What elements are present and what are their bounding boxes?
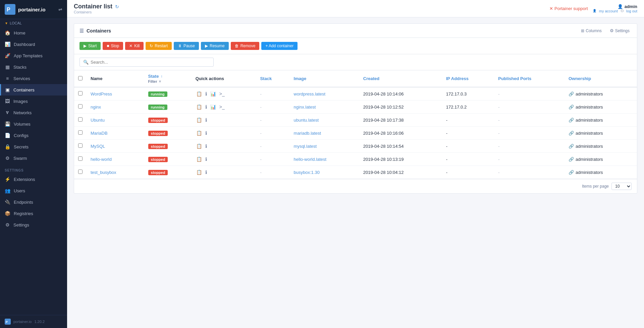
image-link[interactable]: mariadb.latest xyxy=(294,131,321,136)
ip-address-th[interactable]: IP Address xyxy=(442,70,494,87)
stats-icon[interactable]: 📊 xyxy=(210,104,217,110)
sidebar-nav-dashboard[interactable]: 📊 Dashboard xyxy=(0,39,67,50)
row-checkbox[interactable] xyxy=(78,117,83,122)
container-name-link[interactable]: test_busybox xyxy=(91,170,116,175)
sidebar-nav-users[interactable]: 👥 Users xyxy=(0,185,67,196)
ownership-label: administrators xyxy=(576,105,603,110)
info-icon[interactable]: ℹ xyxy=(205,169,208,176)
log-out-link[interactable]: log out xyxy=(626,9,637,13)
sidebar-nav-images[interactable]: 🖼 Images xyxy=(0,95,67,107)
container-name-link[interactable]: hello-world xyxy=(91,157,112,162)
info-icon[interactable]: ℹ xyxy=(205,130,208,136)
terminal-icon[interactable]: >_ xyxy=(219,104,225,110)
copy-icon[interactable]: 📋 xyxy=(196,143,203,149)
topbar: Container list ↻ Containers ✕ Portainer … xyxy=(67,0,644,17)
stack-th[interactable]: Stack xyxy=(256,70,289,87)
filter-icon[interactable]: ▼ xyxy=(158,79,162,83)
container-state-cell: stopped xyxy=(144,153,192,166)
sidebar-nav-stacks[interactable]: ▦ Stacks xyxy=(0,61,67,73)
row-checkbox[interactable] xyxy=(78,104,83,109)
container-name-link[interactable]: Ubuntu xyxy=(91,118,105,123)
add-container-button[interactable]: + Add container xyxy=(261,42,298,50)
container-state-cell: stopped xyxy=(144,166,192,179)
container-name-link[interactable]: WordPress xyxy=(91,91,112,96)
state-th: State ↕ Filter ▼ xyxy=(144,70,192,87)
stop-button[interactable]: ■ Stop xyxy=(103,42,123,50)
row-checkbox[interactable] xyxy=(78,91,83,95)
sidebar-nav-containers[interactable]: ▣ Containers xyxy=(0,84,67,95)
container-name-link[interactable]: MariaDB xyxy=(91,131,108,136)
info-icon[interactable]: ℹ xyxy=(205,156,208,162)
my-account-link[interactable]: my account xyxy=(599,9,618,13)
ownership-icon: 🔗 xyxy=(569,91,574,96)
info-icon[interactable]: ℹ xyxy=(205,117,208,123)
sidebar-nav-home[interactable]: 🏠 Home xyxy=(0,27,67,39)
info-icon[interactable]: ℹ xyxy=(205,143,208,149)
remove-icon: 🗑 xyxy=(235,44,239,48)
row-checkbox[interactable] xyxy=(78,170,83,174)
container-name-link[interactable]: MySQL xyxy=(91,144,105,149)
items-per-page-select[interactable]: 10 25 50 xyxy=(611,183,632,190)
created-th[interactable]: Created xyxy=(359,70,442,87)
copy-icon[interactable]: 📋 xyxy=(196,156,203,162)
ownership-th[interactable]: Ownership xyxy=(565,70,637,87)
ownership-cell: 🔗 administrators xyxy=(565,114,637,127)
pause-button[interactable]: ⏸ Pause xyxy=(174,42,199,50)
image-link[interactable]: nginx.latest xyxy=(294,105,316,110)
image-link[interactable]: mysql.latest xyxy=(294,144,317,149)
items-per-page-label: Items per page xyxy=(582,184,609,189)
sidebar-nav-extensions[interactable]: ⚡ Extensions xyxy=(0,174,67,185)
portainer-support-link[interactable]: ✕ Portainer support xyxy=(549,6,588,11)
stats-icon[interactable]: 📊 xyxy=(210,90,217,97)
sidebar-nav-configs[interactable]: 📄 Configs xyxy=(0,130,67,141)
info-icon[interactable]: ℹ xyxy=(205,90,208,97)
start-icon: ▶ xyxy=(84,44,87,48)
refresh-icon[interactable]: ↻ xyxy=(115,4,119,9)
image-cell: wordpress.latest xyxy=(290,87,359,101)
sidebar-nav-volumes[interactable]: 💾 Volumes xyxy=(0,118,67,130)
sidebar-nav-endpoints[interactable]: 🔌 Endpoints xyxy=(0,196,67,208)
copy-icon[interactable]: 📋 xyxy=(196,90,203,97)
row-checkbox[interactable] xyxy=(78,143,83,148)
kill-button[interactable]: ✕ Kill xyxy=(125,42,144,50)
sidebar-nav-registries[interactable]: 📦 Registries xyxy=(0,208,67,219)
sidebar-nav-app-templates[interactable]: 🚀 App Templates xyxy=(0,50,67,61)
sidebar-nav-services[interactable]: ≡ Services xyxy=(0,73,67,84)
container-name-cell: hello-world xyxy=(87,153,144,166)
copy-icon[interactable]: 📋 xyxy=(196,104,203,110)
row-checkbox[interactable] xyxy=(78,156,83,161)
image-link[interactable]: wordpress.latest xyxy=(294,91,326,96)
resume-button[interactable]: ▶ Resume xyxy=(201,42,229,50)
sidebar-arrows-icon[interactable]: ⇌ xyxy=(58,7,62,12)
image-link[interactable]: hello-world.latest xyxy=(294,157,327,162)
start-button[interactable]: ▶ Start xyxy=(79,42,101,50)
sidebar-nav-swarm[interactable]: ⚙ Swarm xyxy=(0,152,67,164)
container-state-cell: running xyxy=(144,101,192,114)
portainer-logo-icon: P xyxy=(5,4,15,15)
copy-icon[interactable]: 📋 xyxy=(196,169,203,176)
sidebar-nav-networks[interactable]: ⛛ Networks xyxy=(0,107,67,118)
info-icon[interactable]: ℹ xyxy=(205,104,208,110)
ownership-cell: 🔗 administrators xyxy=(565,127,637,140)
sidebar-nav-settings[interactable]: ⚙ Settings xyxy=(0,219,67,231)
sidebar-nav-secrets[interactable]: 🔒 Secrets xyxy=(0,141,67,152)
terminal-icon[interactable]: >_ xyxy=(219,90,225,97)
stop-icon: ■ xyxy=(107,44,109,48)
image-link[interactable]: busybox:1.30 xyxy=(294,170,320,175)
columns-button[interactable]: ⊞ Columns xyxy=(579,27,603,34)
remove-button[interactable]: 🗑 Remove xyxy=(231,42,260,50)
settings-button[interactable]: ⚙ Settings xyxy=(608,27,632,34)
state-sort-icon[interactable]: ↕ xyxy=(161,74,162,78)
select-all-checkbox[interactable] xyxy=(78,76,83,80)
copy-icon[interactable]: 📋 xyxy=(196,130,203,136)
search-input[interactable] xyxy=(91,60,191,65)
image-th[interactable]: Image xyxy=(290,70,359,87)
published-ports-th[interactable]: Published Ports xyxy=(494,70,565,87)
row-checkbox[interactable] xyxy=(78,130,83,135)
restart-button[interactable]: ↻ Restart xyxy=(146,42,172,50)
panel-header-title: ☰ Containers xyxy=(79,28,111,34)
copy-icon[interactable]: 📋 xyxy=(196,117,203,123)
container-name-link[interactable]: nginx xyxy=(91,105,101,110)
image-link[interactable]: ubuntu.latest xyxy=(294,118,319,123)
name-th[interactable]: Name xyxy=(87,70,144,87)
